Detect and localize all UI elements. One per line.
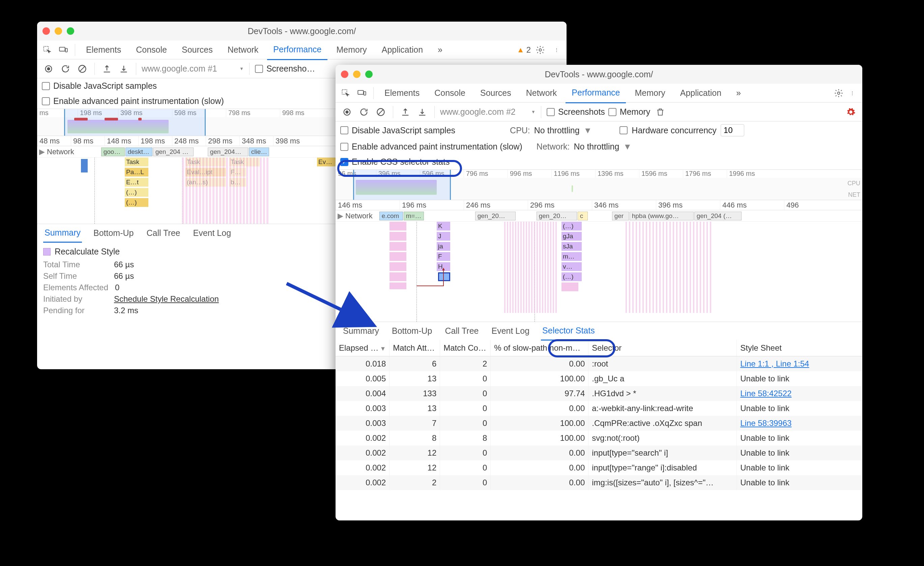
tab-network[interactable]: Network [520, 83, 563, 102]
tab-application[interactable]: Application [674, 83, 728, 102]
tab-performance[interactable]: Performance [267, 40, 327, 60]
cell-stylesheet[interactable]: Line 1:1 , Line 1:54 [737, 357, 862, 372]
net-block[interactable]: gen_20… [537, 212, 577, 220]
col-match-co[interactable]: Match Co… [440, 340, 490, 357]
btab-calltree[interactable]: Call Tree [444, 322, 480, 340]
recording-select[interactable]: www.google.com #1 [142, 64, 236, 74]
table-row[interactable]: 0.018620.00:rootLine 1:1 , Line 1:54 [336, 357, 862, 372]
tab-memory[interactable]: Memory [628, 83, 671, 102]
net-block[interactable]: gen_204 (… [694, 212, 741, 220]
btab-summary[interactable]: Summary [43, 224, 82, 243]
warning-badge[interactable]: ▲ 2 [517, 45, 531, 55]
screenshots-checkbox[interactable]: Screenshots [547, 107, 605, 117]
network-select[interactable]: No throttling [574, 142, 620, 152]
net-block[interactable]: hpba (www.go… [630, 212, 694, 220]
timeline-overview[interactable]: 96 ms 396 ms 596 ms 796 ms 996 ms 1196 m… [336, 170, 862, 200]
flame-block[interactable]: gJa [561, 232, 582, 241]
gear-icon[interactable] [534, 43, 547, 57]
table-row[interactable]: 0.0021200.00input[type="search" i]Unable… [336, 446, 862, 461]
flame-block[interactable]: Task [125, 158, 148, 166]
adv-paint-checkbox[interactable]: Enable advanced paint instrumentation (s… [340, 142, 522, 152]
gear-icon[interactable] [832, 86, 845, 100]
net-block[interactable]: deskt… [126, 148, 152, 156]
checkbox-icon[interactable] [608, 108, 616, 116]
dropdown-caret-icon[interactable]: ▼ [239, 66, 244, 71]
flame-block[interactable]: v… [561, 262, 582, 271]
adv-paint-checkbox[interactable]: Enable advanced paint instrumentation (s… [42, 96, 224, 106]
net-block[interactable]: m=… [404, 212, 424, 220]
cpu-select[interactable]: No throttling [534, 126, 580, 135]
dropdown-caret-icon[interactable]: ▼ [584, 126, 592, 135]
flame-area[interactable]: 146 ms 196 ms 246 ms 296 ms 346 ms 396 m… [336, 200, 862, 322]
net-block[interactable]: gen_204 … [153, 148, 194, 156]
flame-block[interactable]: F [437, 252, 450, 261]
flame-block[interactable]: ja [437, 242, 450, 251]
col-stylesheet[interactable]: Style Sheet [737, 340, 862, 357]
overview-selection[interactable] [64, 109, 206, 135]
kebab-icon[interactable]: ⋮ [845, 86, 859, 100]
net-block[interactable]: gen_204… [208, 148, 248, 156]
dropdown-caret-icon[interactable]: ▼ [623, 142, 632, 152]
expand-icon[interactable]: ▶ [39, 148, 45, 156]
dropdown-caret-icon[interactable]: ▼ [531, 109, 536, 114]
net-block[interactable]: e.com [380, 212, 403, 220]
more-tabs-icon[interactable]: » [432, 40, 448, 59]
checkbox-icon[interactable] [620, 126, 628, 134]
tab-elements[interactable]: Elements [80, 40, 127, 59]
trash-icon[interactable] [654, 105, 667, 119]
download-icon[interactable] [416, 105, 429, 119]
inspect-icon[interactable] [40, 43, 54, 57]
memory-checkbox[interactable]: Memory [608, 107, 650, 117]
col-slowpath[interactable]: % of slow-path non-m… [490, 340, 588, 357]
checkbox-icon[interactable] [255, 65, 263, 73]
btab-selectorstats[interactable]: Selector Stats [541, 322, 596, 340]
clear-icon[interactable] [374, 105, 387, 119]
table-row[interactable]: 0.00288100.00svg:not(:root)Unable to lin… [336, 431, 862, 446]
btab-eventlog[interactable]: Event Log [192, 224, 232, 242]
btab-calltree[interactable]: Call Tree [145, 224, 182, 242]
flame-marker[interactable] [81, 159, 88, 173]
checkbox-icon[interactable] [42, 97, 50, 105]
net-block[interactable]: ger [612, 212, 629, 220]
table-row[interactable]: 0.004133097.74.HG1dvd > *Line 58:42522 [336, 386, 862, 401]
net-block[interactable]: c [578, 212, 588, 220]
net-block[interactable]: gen_20… [475, 212, 516, 220]
flame-block[interactable]: Pa…L [125, 168, 148, 176]
expand-icon[interactable]: ▶ [338, 212, 343, 220]
table-row[interactable]: 0.0021200.00input[type="range" i]:disabl… [336, 461, 862, 475]
btab-eventlog[interactable]: Event Log [490, 322, 531, 340]
gear-icon[interactable] [844, 105, 858, 119]
tab-elements[interactable]: Elements [378, 83, 426, 102]
col-match-att[interactable]: Match Att… [390, 340, 440, 357]
tab-network[interactable]: Network [222, 40, 265, 59]
flame-block[interactable]: (…) [561, 222, 582, 230]
flame-block[interactable]: J [437, 232, 450, 241]
screenshots-checkbox[interactable]: Screensho… [255, 64, 315, 74]
checkbox-icon[interactable] [340, 143, 348, 151]
flame-block[interactable]: m… [561, 252, 582, 261]
flame-block[interactable]: sJa [561, 242, 582, 251]
disable-js-checkbox[interactable]: Disable JavaScript samples [340, 126, 455, 135]
btab-bottomup[interactable]: Bottom-Up [390, 322, 434, 340]
btab-bottomup[interactable]: Bottom-Up [92, 224, 135, 242]
overview-selection[interactable] [353, 170, 451, 200]
tab-console[interactable]: Console [428, 83, 471, 102]
checkbox-icon[interactable] [547, 108, 555, 116]
device-icon[interactable] [57, 43, 70, 57]
col-selector[interactable]: Selector [588, 340, 737, 357]
col-elapsed[interactable]: Elapsed …▼ [336, 340, 390, 357]
device-icon[interactable] [355, 86, 369, 100]
disable-js-checkbox[interactable]: Disable JavaScript samples [42, 81, 157, 91]
tab-sources[interactable]: Sources [474, 83, 517, 102]
table-row[interactable]: 0.00370100.00.CqmPRe:active .oXqZxc span… [336, 416, 862, 431]
cell-stylesheet[interactable]: Line 58:42522 [737, 386, 862, 401]
inspect-icon[interactable] [339, 86, 352, 100]
clear-icon[interactable] [75, 62, 89, 75]
selector-stats-table[interactable]: Elapsed …▼ Match Att… Match Co… % of slo… [336, 340, 862, 490]
record-icon[interactable] [340, 105, 354, 119]
initiated-link[interactable]: Schedule Style Recalculation [114, 294, 219, 304]
upload-icon[interactable] [100, 62, 114, 75]
kebab-icon[interactable]: ⋮ [550, 43, 563, 57]
download-icon[interactable] [117, 62, 130, 75]
checkbox-icon[interactable] [340, 126, 348, 134]
